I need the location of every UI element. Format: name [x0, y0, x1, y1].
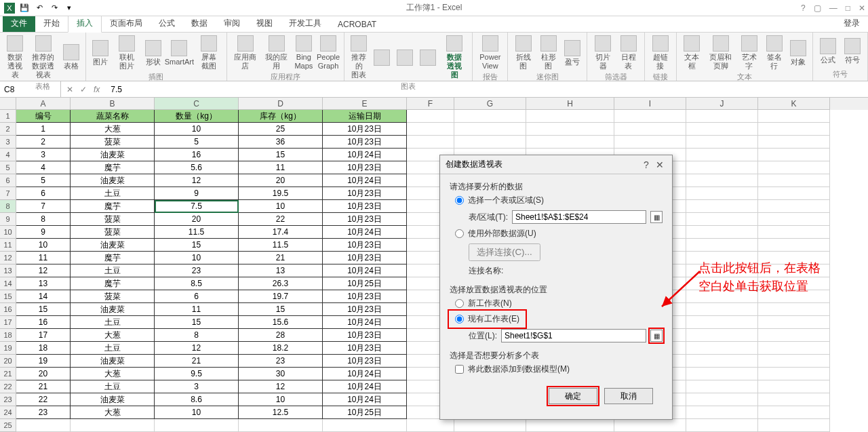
cell[interactable]: 11	[155, 303, 239, 316]
cell[interactable]	[686, 380, 758, 393]
cell[interactable]: 10月24日	[323, 149, 407, 161]
tab-ACROBAT[interactable]: ACROBAT	[330, 17, 384, 32]
col-header-C[interactable]: C	[155, 98, 239, 110]
cell[interactable]	[686, 149, 758, 161]
cell[interactable]	[758, 200, 830, 213]
cell[interactable]	[526, 136, 614, 149]
cell[interactable]	[686, 110, 758, 123]
cell[interactable]	[454, 123, 526, 136]
ribbon-btn-People
Graph[interactable]: People Graph	[317, 34, 340, 72]
cell[interactable]: 7	[16, 200, 71, 213]
dialog-help-icon[interactable]: ?	[639, 159, 653, 170]
cell[interactable]	[758, 149, 830, 161]
chk-add-model[interactable]	[455, 365, 464, 374]
cell[interactable]	[686, 239, 758, 252]
cell[interactable]: 5	[16, 174, 71, 187]
cell[interactable]: 15	[155, 316, 239, 329]
cell[interactable]: 21	[155, 355, 239, 368]
ribbon-btn-符号[interactable]: 符号	[842, 37, 863, 66]
cell[interactable]: 10月25日	[323, 406, 407, 419]
tab-视图[interactable]: 视图	[248, 15, 281, 32]
cell[interactable]: 油麦菜	[71, 149, 155, 161]
cell[interactable]	[758, 316, 830, 329]
cell[interactable]: 10月23日	[323, 136, 407, 149]
cell[interactable]: 10月24日	[323, 226, 407, 239]
qat-dropdown-icon[interactable]: ▾	[64, 3, 75, 14]
col-header-K[interactable]: K	[758, 98, 830, 110]
ribbon-btn-图片[interactable]: 图片	[90, 39, 111, 68]
cell[interactable]	[526, 110, 614, 123]
ribbon-btn-SmartArt[interactable]: SmartArt	[166, 39, 193, 68]
row-header[interactable]: 3	[0, 136, 16, 149]
cell[interactable]	[686, 406, 758, 419]
cell[interactable]: 7.5	[155, 200, 239, 213]
row-header[interactable]: 24	[0, 406, 16, 419]
cancel-button[interactable]: 取消	[604, 388, 653, 404]
cell[interactable]: 9	[16, 226, 71, 239]
cell[interactable]	[758, 380, 830, 393]
ribbon-btn-柱形图[interactable]: 柱形图	[537, 34, 559, 72]
dialog-close-icon[interactable]: ✕	[653, 159, 667, 170]
row-header[interactable]: 25	[0, 419, 16, 432]
cell[interactable]	[758, 342, 830, 355]
redo-icon[interactable]: ↷	[49, 3, 60, 14]
cell[interactable]	[686, 419, 758, 432]
cell[interactable]: 15.6	[239, 316, 323, 329]
tab-审阅[interactable]: 审阅	[216, 15, 248, 32]
cell[interactable]: 10月23日	[323, 252, 407, 264]
row-header[interactable]: 14	[0, 277, 16, 290]
cell[interactable]: 10月23日	[323, 342, 407, 355]
ok-button[interactable]: 确定	[549, 388, 597, 404]
cell[interactable]	[758, 187, 830, 200]
ribbon-btn-盈亏[interactable]: 盈亏	[562, 39, 583, 68]
cell[interactable]	[758, 161, 830, 174]
cell[interactable]: 19.5	[239, 187, 323, 200]
ribbon-btn-联机图片[interactable]: 联机图片	[113, 34, 140, 72]
cell[interactable]	[758, 136, 830, 149]
col-header-H[interactable]: H	[526, 98, 614, 110]
cell[interactable]: 10月23日	[323, 329, 407, 342]
cell[interactable]	[758, 419, 830, 432]
ribbon-btn-页眉和页脚[interactable]: 页眉和页脚	[706, 34, 736, 72]
cell[interactable]: 15	[155, 239, 239, 252]
row-header[interactable]: 7	[0, 187, 16, 200]
cell[interactable]	[407, 419, 454, 432]
col-header-B[interactable]: B	[71, 98, 155, 110]
cell[interactable]	[758, 406, 830, 419]
ribbon-btn-表格[interactable]: 表格	[61, 43, 81, 72]
cell[interactable]	[686, 187, 758, 200]
ribbon-btn-推荐的
数据透视表[interactable]: 推荐的 数据透视表	[28, 34, 58, 81]
cell[interactable]	[758, 226, 830, 239]
cell[interactable]: 数量（kg）	[155, 110, 239, 123]
row-header[interactable]: 5	[0, 161, 16, 174]
cell[interactable]	[407, 110, 454, 123]
cell[interactable]	[686, 226, 758, 239]
cell[interactable]: 15	[16, 303, 71, 316]
row-header[interactable]: 1	[0, 110, 16, 123]
cell[interactable]: 8	[155, 329, 239, 342]
cell[interactable]: 21	[239, 252, 323, 264]
cell[interactable]	[526, 419, 614, 432]
cell[interactable]: 魔芋	[71, 200, 155, 213]
cell[interactable]: 11	[16, 252, 71, 264]
cell[interactable]	[758, 110, 830, 123]
cell[interactable]: 28	[239, 329, 323, 342]
cell[interactable]: 5.6	[155, 161, 239, 174]
cell[interactable]: 20	[16, 368, 71, 380]
ribbon-btn-形状[interactable]: 形状	[143, 39, 163, 68]
cell[interactable]: 4	[16, 161, 71, 174]
cell[interactable]: 22	[239, 213, 323, 226]
cell[interactable]: 10	[239, 200, 323, 213]
cell[interactable]	[686, 329, 758, 342]
cell[interactable]: 编号	[16, 110, 71, 123]
cell[interactable]	[407, 123, 454, 136]
cell[interactable]: 土豆	[71, 380, 155, 393]
cell[interactable]: 17.4	[239, 226, 323, 239]
radio-select-table[interactable]	[455, 196, 464, 205]
ribbon-btn-对象[interactable]: 对象	[788, 39, 808, 68]
cell[interactable]	[526, 123, 614, 136]
cell[interactable]: 12.5	[239, 406, 323, 419]
ribbon-btn-数据透视图[interactable]: 数据透视图	[441, 34, 468, 81]
ribbon-btn-签名行[interactable]: 签名行	[763, 34, 785, 72]
tab-文件[interactable]: 文件	[3, 15, 35, 32]
